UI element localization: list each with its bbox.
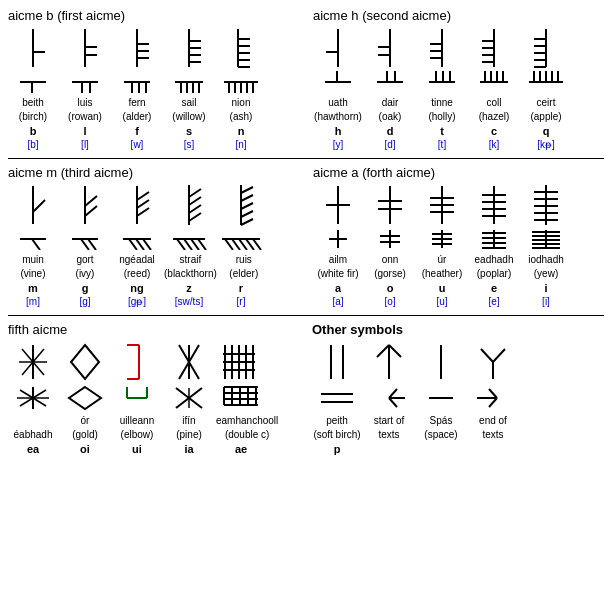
gort-sub: (ivy) (76, 268, 95, 280)
ngetal-symbol (119, 184, 155, 226)
dair-symbol (375, 27, 405, 69)
fern-phonetic: [w] (131, 139, 144, 150)
svg-line-117 (239, 239, 247, 250)
start-texts-name: start of (374, 415, 405, 427)
ifin-symbol (171, 341, 207, 383)
dair-phonetic: [d] (384, 139, 395, 150)
coll-phonetic: [k] (489, 139, 500, 150)
svg-line-106 (129, 239, 137, 250)
ailm-letter: a (335, 282, 341, 294)
luis-symbol (70, 27, 100, 69)
ailm-h-symbol (327, 228, 349, 250)
straif-h-symbol (171, 228, 207, 250)
eadhadh-name: eadhadh (475, 254, 514, 266)
svg-line-96 (241, 195, 253, 201)
ailm-phonetic: [a] (332, 296, 343, 307)
svg-line-115 (225, 239, 233, 250)
onn-h-symbol (378, 228, 402, 250)
ngetal-phonetic: [gᵽ] (128, 296, 146, 307)
ceirt-h-symbol (527, 71, 565, 93)
ur-sub: (heather) (422, 268, 463, 280)
svg-line-110 (177, 239, 185, 250)
eadhadh-h-symbol (480, 228, 508, 250)
nion-cell (216, 27, 266, 69)
spas-symbol (431, 341, 451, 383)
svg-line-108 (143, 239, 151, 250)
beith-phonetic: [b] (27, 139, 38, 150)
aicme-h-title: aicme h (second aicme) (313, 8, 604, 23)
iodhadh-name: iodhadh (528, 254, 564, 266)
sail-name: sail (181, 97, 196, 109)
muin-letter: m (28, 282, 38, 294)
luis-name: luis (77, 97, 92, 109)
ruis-symbol (223, 184, 259, 226)
beith-phonetic-cell: [b] (8, 139, 58, 150)
start-texts-sub: texts (378, 429, 399, 441)
ruis-h-symbol (220, 228, 262, 250)
svg-line-104 (88, 239, 96, 250)
luis-letter-cell: l (60, 125, 110, 137)
or-name: ór (81, 415, 90, 427)
tinne-name: tinne (431, 97, 453, 109)
onn-symbol (372, 184, 408, 226)
eabhadh-h-symbol (15, 385, 51, 411)
sail-sub: (willow) (172, 111, 205, 123)
svg-line-88 (137, 208, 149, 216)
ceirt-cell (521, 27, 571, 69)
aicme-m-title: aicme m (third aicme) (8, 165, 303, 180)
eabhadh-symbol (15, 341, 51, 383)
fern-h-cell (112, 71, 162, 93)
luis-h-cell (60, 71, 110, 93)
svg-line-112 (191, 239, 199, 250)
ruis-letter: r (239, 282, 243, 294)
tinne-h-symbol (427, 71, 457, 93)
nion-h-cell (216, 71, 266, 93)
fern-symbol (122, 27, 152, 69)
coll-symbol (479, 27, 509, 69)
nion-sub: (ash) (230, 111, 253, 123)
uath-phonetic: [y] (333, 139, 344, 150)
gort-letter: g (82, 282, 89, 294)
nion-symbol (223, 27, 259, 69)
coll-letter: c (491, 125, 497, 137)
iodhadh-phonetic: [i] (542, 296, 550, 307)
tinne-symbol (427, 27, 457, 69)
uath-symbol (323, 27, 353, 69)
svg-line-203 (389, 345, 401, 357)
coll-h-symbol (478, 71, 510, 93)
tinne-cell (417, 27, 467, 69)
svg-line-86 (137, 192, 149, 200)
dair-cell (365, 27, 415, 69)
aicme-a-title: aicme a (forth aicme) (313, 165, 604, 180)
ur-phonetic: [u] (436, 296, 447, 307)
eamhancoll-sub: (double c) (225, 429, 269, 441)
svg-line-206 (481, 349, 493, 362)
ngetal-letter: ng (130, 282, 143, 294)
beith-cell (8, 27, 58, 69)
spas-h-symbol (423, 385, 459, 411)
fern-cell (112, 27, 162, 69)
ailm-sub: (white fir) (317, 268, 358, 280)
ngetal-sub: (reed) (124, 268, 151, 280)
muin-name: muin (22, 254, 44, 266)
ngetal-h-symbol (121, 228, 153, 250)
uath-cell (313, 27, 363, 69)
svg-line-216 (489, 398, 497, 407)
ailm-name: ailm (329, 254, 347, 266)
ceirt-symbol (531, 27, 561, 69)
svg-line-119 (253, 239, 261, 250)
nion-h-symbol (222, 71, 260, 93)
ifin-h-symbol (171, 385, 207, 411)
svg-line-101 (32, 239, 40, 250)
sail-symbol (174, 27, 204, 69)
svg-line-90 (189, 189, 201, 197)
coll-cell (469, 27, 519, 69)
or-letter: oi (80, 443, 90, 455)
svg-line-99 (241, 219, 253, 225)
end-texts-name: end of (479, 415, 507, 427)
uath-sub: (hawthorn) (314, 111, 362, 123)
fifth-aicme-section: fifth aicme (8, 322, 312, 457)
dair-name: dair (382, 97, 399, 109)
iodhadh-letter: i (544, 282, 547, 294)
nion-name: nion (232, 97, 251, 109)
